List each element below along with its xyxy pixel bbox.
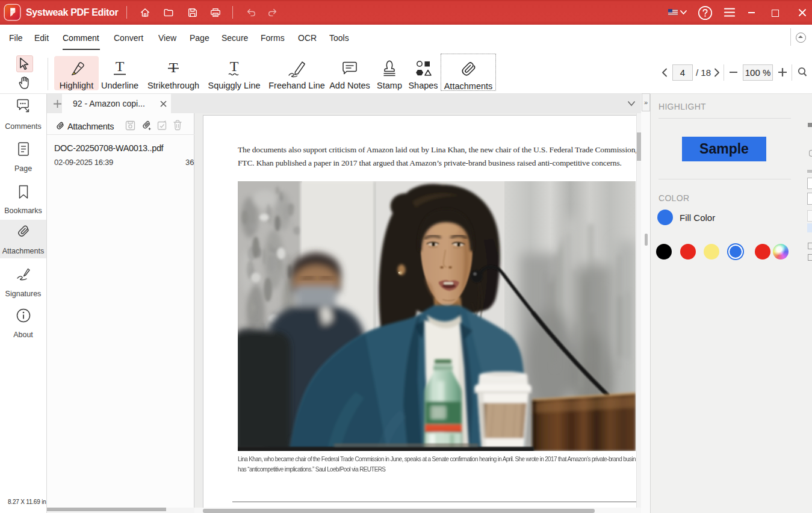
svg-text:T: T xyxy=(169,60,178,75)
svg-text:T: T xyxy=(230,59,239,74)
svg-text:T: T xyxy=(116,59,125,74)
